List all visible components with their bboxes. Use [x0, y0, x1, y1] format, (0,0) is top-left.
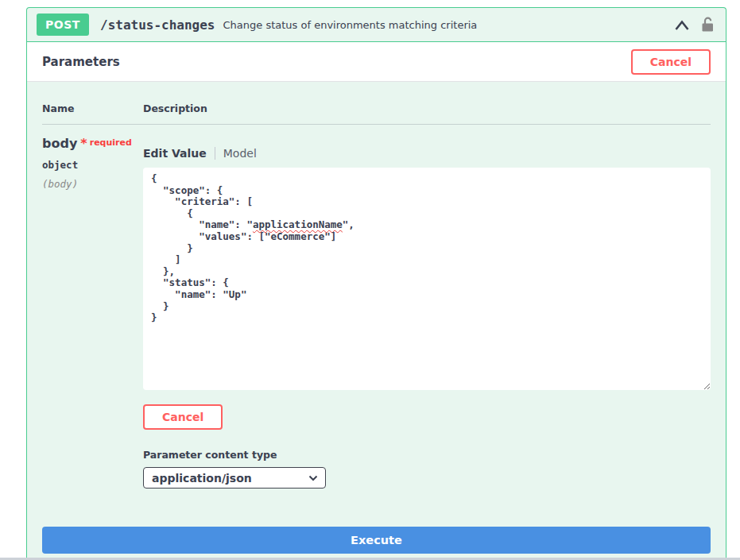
parameters-content: Name Description body*required object (b… [27, 82, 726, 554]
required-asterisk: * [80, 136, 87, 151]
opblock-post: POST /status-changes Change status of en… [26, 7, 726, 558]
content-type-select-wrap: application/json [143, 467, 326, 489]
collapse-button[interactable] [672, 17, 692, 33]
tab-model[interactable]: Model [215, 147, 257, 160]
parameter-type: object [42, 159, 143, 171]
parameter-description-cell: Edit Value Model { "scope": { "criteria"… [143, 136, 711, 489]
col-header-name: Name [42, 102, 143, 114]
content-type-label: Parameter content type [143, 449, 711, 461]
execute-button[interactable]: Execute [42, 527, 711, 554]
endpoint-summary: Change status of environments matching c… [223, 19, 665, 31]
parameters-table-header: Name Description [42, 102, 711, 125]
body-edit-cancel-button[interactable]: Cancel [143, 404, 223, 430]
try-out-cancel-button[interactable]: Cancel [631, 49, 711, 75]
http-method-badge: POST [37, 14, 89, 36]
endpoint-path: /status-changes [100, 17, 215, 33]
parameter-row-body: body*required object (body) Edit Value M… [42, 125, 711, 489]
parameter-name: body*required [42, 136, 143, 151]
required-label: required [90, 137, 132, 148]
operation-summary[interactable]: POST /status-changes Change status of en… [27, 8, 726, 42]
content-type-select[interactable]: application/json [143, 467, 326, 489]
auth-lock-button[interactable] [699, 14, 716, 35]
parameter-location: (body) [42, 178, 143, 190]
swagger-operation-page: POST /status-changes Change status of en… [0, 0, 740, 560]
body-editor[interactable]: { "scope": { "criteria": [ { "name": "ap… [143, 168, 711, 390]
col-header-description: Description [143, 102, 711, 114]
tab-edit-value[interactable]: Edit Value [143, 147, 215, 160]
chevron-up-icon [674, 19, 690, 31]
unlocked-padlock-icon [701, 16, 715, 33]
execute-wrapper: Execute [42, 527, 711, 554]
parameters-title: Parameters [42, 55, 120, 69]
parameters-section-header: Parameters Cancel [27, 42, 726, 82]
body-editor-tabs: Edit Value Model [143, 147, 711, 160]
parameter-name-cell: body*required object (body) [42, 136, 143, 489]
